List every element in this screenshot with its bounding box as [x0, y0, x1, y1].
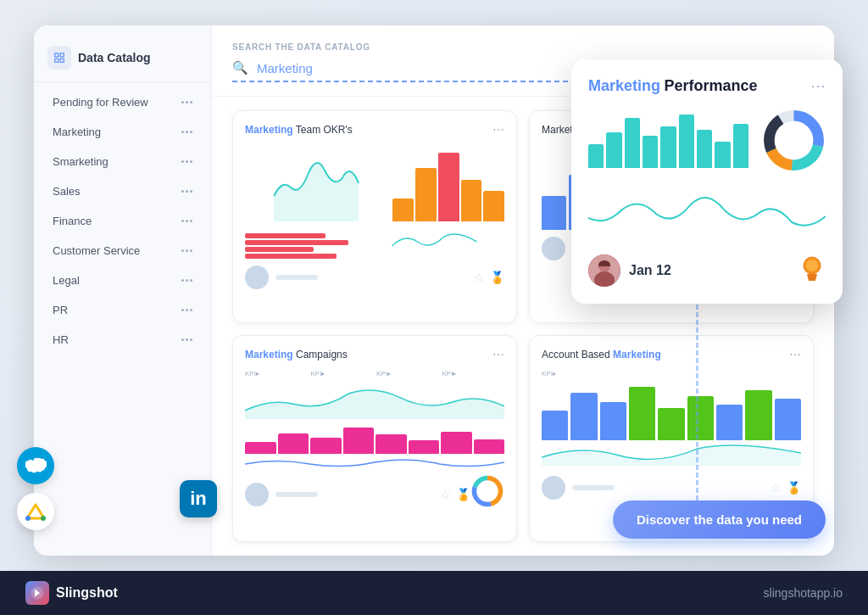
- card-meta-account: ☆ 🏅: [771, 481, 801, 495]
- sidebar-item-finance[interactable]: Finance: [39, 207, 206, 235]
- search-icon: 🔍: [232, 60, 248, 75]
- sidebar-header: Data Catalog: [34, 34, 211, 82]
- salesforce-icon: [17, 447, 54, 484]
- sidebar-item-pr[interactable]: PR: [39, 296, 206, 324]
- svg-rect-1: [55, 53, 58, 57]
- svg-marker-28: [27, 505, 44, 518]
- sidebar: Data Catalog Pending for Review Marketin…: [34, 25, 212, 556]
- card-meta-campaigns: ☆ 🏅: [440, 488, 470, 501]
- sidebar-item-customer-service[interactable]: Customer Service: [39, 237, 206, 265]
- floating-donut: [762, 109, 826, 172]
- card-menu-okr[interactable]: ⋯: [492, 123, 504, 137]
- floating-charts-row: [588, 109, 826, 172]
- card-menu-campaigns[interactable]: ⋯: [492, 348, 504, 361]
- svg-point-30: [41, 516, 46, 521]
- floating-card-menu[interactable]: ⋯: [810, 76, 826, 95]
- chart-wave-okr: [245, 145, 387, 221]
- floating-card-title: Marketing Performance: [588, 77, 758, 95]
- sidebar-item-menu-marketing: [181, 131, 192, 133]
- app-url: slingshotapp.io: [764, 586, 843, 600]
- card-title-account: Account Based Marketing: [542, 349, 661, 361]
- chart-wave-okr-small: [364, 225, 504, 259]
- star-icon-okr: ☆: [474, 271, 485, 284]
- app-icons-group: [17, 447, 54, 530]
- main-wrapper: Slingshot slingshotapp.io Data Catalog P: [0, 0, 868, 615]
- floating-line-chart: [588, 184, 826, 239]
- floating-user: Jan 12: [588, 254, 671, 287]
- data-catalog-icon: [47, 46, 71, 70]
- card-title-okr: Marketing Team OKR's: [245, 124, 353, 136]
- slingshot-icon: [25, 581, 49, 605]
- chart-wave-account: [542, 440, 801, 466]
- floating-avatar: [588, 254, 620, 287]
- logo-group: Slingshot: [25, 581, 118, 605]
- avatar-email: [542, 237, 565, 260]
- sidebar-item-menu-hr: [181, 338, 192, 341]
- linkedin-icon: in: [180, 480, 217, 517]
- sidebar-item-menu-finance: [181, 220, 192, 222]
- sidebar-item-marketing[interactable]: Marketing: [39, 118, 206, 146]
- svg-point-25: [806, 260, 818, 271]
- google-ads-icon: [17, 493, 54, 530]
- sidebar-item-menu-pr: [181, 309, 192, 311]
- card-marketing-okr[interactable]: Marketing Team OKR's ⋯: [232, 110, 517, 323]
- card-footer-okr: ☆ 🏅: [245, 266, 504, 289]
- sidebar-item-menu-legal: [181, 279, 192, 282]
- sidebar-item-sales[interactable]: Sales: [39, 177, 206, 205]
- star-icon-account: ☆: [771, 481, 782, 495]
- card-menu-account[interactable]: ⋯: [789, 348, 801, 361]
- avatar-okr: [245, 266, 269, 289]
- card-footer-account: ☆ 🏅: [542, 476, 801, 500]
- sidebar-item-smarketing[interactable]: Smarketing: [39, 148, 206, 176]
- card-header-campaigns: Marketing Campaigns ⋯: [245, 348, 504, 361]
- sidebar-item-hr[interactable]: HR: [39, 326, 206, 354]
- floating-performance-card: Marketing Performance ⋯: [571, 59, 843, 304]
- chart-area-campaigns: [245, 381, 504, 419]
- star-icon-campaigns: ☆: [440, 488, 451, 501]
- card-meta-okr: ☆ 🏅: [474, 271, 504, 284]
- card-header-okr: Marketing Team OKR's ⋯: [245, 123, 504, 137]
- badge-icon-account: 🏅: [787, 481, 801, 495]
- svg-marker-27: [807, 274, 817, 281]
- card-header-account: Account Based Marketing ⋯: [542, 348, 801, 361]
- card-marketing-campaigns[interactable]: Marketing Campaigns ⋯ KPI▸ KPI▸ KPI▸ KPI…: [232, 335, 517, 542]
- avatar-account: [542, 476, 565, 500]
- sidebar-item-legal[interactable]: Legal: [39, 266, 206, 294]
- card-title-campaigns: Marketing Campaigns: [245, 349, 348, 361]
- floating-footer: Jan 12: [588, 254, 826, 287]
- sidebar-item-pending[interactable]: Pending for Review: [39, 88, 206, 116]
- floating-date: Jan 12: [629, 263, 671, 278]
- sidebar-item-menu-smarketing: [181, 160, 192, 163]
- sidebar-item-menu-pending: [181, 101, 192, 103]
- svg-point-20: [780, 126, 808, 154]
- svg-rect-4: [60, 59, 64, 62]
- sidebar-item-menu-customer-service: [181, 249, 192, 252]
- avatar-campaigns: [245, 483, 269, 506]
- cta-button[interactable]: Discover the data you need: [613, 500, 826, 539]
- svg-point-29: [25, 516, 31, 521]
- floating-card-header: Marketing Performance ⋯: [588, 76, 826, 95]
- chart-wave-campaigns: [245, 454, 504, 471]
- badge-icon-campaigns: 🏅: [456, 488, 470, 501]
- sidebar-item-menu-sales: [181, 190, 192, 193]
- svg-rect-3: [55, 59, 58, 62]
- card-footer-campaigns: ☆ 🏅: [245, 483, 470, 506]
- badge-icon-okr: 🏅: [490, 271, 504, 284]
- search-label: SEARCH THE DATA CATALOG: [232, 42, 814, 52]
- floating-badge-icon: [798, 255, 826, 286]
- svg-point-14: [481, 485, 492, 496]
- svg-rect-2: [60, 53, 64, 57]
- bottom-bar: Slingshot slingshotapp.io: [0, 571, 868, 615]
- donut-campaigns: [470, 474, 504, 508]
- cta-label: Discover the data you need: [637, 512, 802, 527]
- sidebar-title: Data Catalog: [78, 51, 151, 64]
- app-name: Slingshot: [56, 585, 118, 601]
